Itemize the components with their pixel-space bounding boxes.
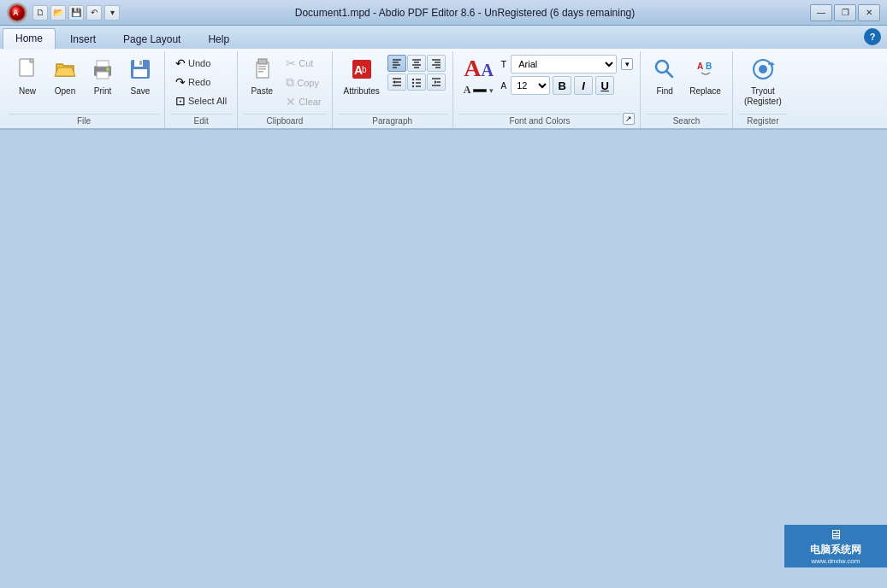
font-size-increase-button[interactable]: A	[464, 56, 481, 80]
align-right-button[interactable]	[427, 55, 446, 72]
restore-button[interactable]: ❐	[834, 4, 856, 21]
selectall-button[interactable]: ⊡ Select All	[172, 92, 230, 109]
dropdown-quickbtn[interactable]: ▾	[104, 5, 120, 21]
search-content: Find A B Replace	[646, 51, 727, 112]
replace-label: Replace	[689, 86, 721, 97]
clear-button[interactable]: ✕ Clear	[282, 93, 324, 110]
font-style-row: A 12 8 10 14 16 18 24 36 B I	[500, 76, 633, 95]
ribbon-content: New Open	[0, 49, 887, 128]
tabs-row: Home Insert Page Layout Help ?	[0, 26, 887, 49]
undo-quickbtn[interactable]: ↶	[86, 5, 102, 21]
align-left-button[interactable]	[387, 55, 406, 72]
para-row-2	[387, 74, 446, 91]
file-label: File	[9, 114, 159, 128]
minimize-button[interactable]: —	[810, 4, 832, 21]
font-name-row: T Arial Times New Roman Courier New ▾	[500, 55, 633, 74]
svg-point-38	[412, 82, 414, 84]
fontcolors-label: Font and Colors	[458, 114, 621, 128]
svg-point-36	[412, 79, 414, 80]
register-label: Register	[738, 114, 788, 128]
window-title: Document1.mpd - Abdio PDF Editor 8.6 - U…	[120, 7, 810, 19]
file-buttons: New Open	[9, 51, 159, 112]
copy-icon: ⧉	[286, 75, 294, 90]
svg-rect-12	[257, 62, 269, 78]
font-color-swatch	[473, 89, 487, 92]
open-quickbtn[interactable]: 📂	[50, 5, 66, 21]
edit-label: Edit	[170, 114, 232, 128]
close-button[interactable]: ✕	[858, 4, 880, 21]
ribbon: Home Insert Page Layout Help ? New	[0, 26, 887, 130]
print-button[interactable]: Print	[86, 55, 120, 99]
group-paragraph: A b Attributes	[333, 51, 453, 128]
redo-icon: ↷	[175, 75, 186, 89]
find-icon	[653, 57, 677, 85]
redo-button[interactable]: ↷ Redo	[172, 74, 230, 91]
font-section: T Arial Times New Roman Courier New ▾ A …	[500, 55, 633, 95]
svg-rect-15	[258, 68, 266, 70]
svg-text:A: A	[697, 62, 703, 71]
tab-home[interactable]: Home	[3, 28, 56, 50]
cut-button[interactable]: ✂ Cut	[282, 55, 324, 72]
svg-rect-16	[258, 71, 263, 73]
search-label: Search	[646, 114, 727, 128]
list-button[interactable]	[407, 74, 426, 91]
clipboard-buttons: Paste ✂ Cut ⧉ Copy ✕ Clear	[243, 51, 326, 112]
svg-rect-13	[258, 59, 267, 64]
font-color-dropdown[interactable]: ▾	[489, 86, 494, 95]
save-button[interactable]: Save	[123, 55, 157, 99]
italic-button[interactable]: I	[574, 76, 593, 95]
clear-label: Clear	[299, 97, 321, 107]
indent-dec-button[interactable]	[387, 74, 406, 91]
group-register: Tryout(Register) Register	[733, 51, 793, 128]
tryout-button[interactable]: Tryout(Register)	[740, 55, 786, 109]
tab-pagelayout[interactable]: Page Layout	[110, 29, 193, 49]
new-quickbtn[interactable]: 🗋	[33, 5, 48, 21]
quick-access-toolbar: 🗋 📂 💾 ↶ ▾	[33, 5, 120, 21]
tab-help[interactable]: Help	[195, 29, 242, 49]
find-label: Find	[656, 86, 672, 97]
new-label: New	[19, 86, 36, 97]
help-icon[interactable]: ?	[864, 28, 881, 45]
open-button[interactable]: Open	[48, 55, 82, 99]
undo-button[interactable]: ↶ Undo	[172, 55, 230, 72]
new-button[interactable]: New	[10, 55, 44, 99]
align-center-button[interactable]	[407, 55, 426, 72]
replace-button[interactable]: A B Replace	[685, 55, 725, 99]
underline-button[interactable]: U	[595, 76, 614, 95]
clipboard-col: ✂ Cut ⧉ Copy ✕ Clear	[282, 55, 324, 110]
group-file: New Open	[3, 51, 165, 128]
fontcolors-expand-icon[interactable]: ↗	[623, 113, 635, 125]
svg-point-51	[759, 65, 767, 74]
svg-point-40	[412, 85, 414, 87]
main-document-area[interactable]: 🖥 电脑系统网 www.dnxtw.com	[0, 130, 887, 588]
svg-line-47	[666, 71, 672, 77]
attributes-button[interactable]: A b Attributes	[340, 55, 384, 99]
open-icon	[53, 57, 77, 85]
tryout-label: Tryout(Register)	[744, 86, 782, 107]
fontcolors-content: A A A ▾ T	[458, 51, 635, 112]
replace-icon: A B	[694, 57, 718, 85]
group-edit: ↶ Undo ↷ Redo ⊡ Select All Edit	[165, 51, 238, 128]
undo-icon: ↶	[175, 56, 186, 70]
paragraph-label: Paragraph	[338, 114, 447, 128]
font-size-select[interactable]: 12 8 10 14 16 18 24 36	[511, 76, 550, 95]
para-row-1	[387, 55, 446, 72]
copy-button[interactable]: ⧉ Copy	[282, 74, 324, 91]
print-icon	[91, 57, 115, 85]
find-button[interactable]: Find	[648, 55, 682, 99]
tab-insert[interactable]: Insert	[57, 29, 109, 49]
save-quickbtn[interactable]: 💾	[68, 5, 84, 21]
paste-button[interactable]: Paste	[245, 55, 279, 99]
group-search: Find A B Replace Search	[641, 51, 733, 128]
indent-inc-button[interactable]	[427, 74, 446, 91]
font-name-select[interactable]: Arial Times New Roman Courier New	[511, 55, 617, 74]
svg-rect-11	[139, 61, 142, 65]
font-size-decrease-button[interactable]: A	[482, 62, 494, 80]
svg-marker-33	[393, 80, 395, 84]
font-dropdown-btn[interactable]: ▾	[621, 58, 633, 70]
save-label: Save	[131, 86, 151, 97]
bold-button[interactable]: B	[553, 76, 571, 95]
selectall-label: Select All	[188, 96, 227, 106]
edit-buttons: ↶ Undo ↷ Redo ⊡ Select All	[170, 51, 232, 112]
font-color-button[interactable]: A ▾	[460, 82, 498, 98]
